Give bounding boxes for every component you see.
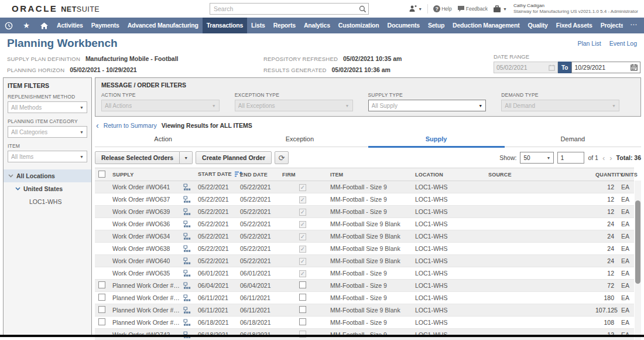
firm-checkbox[interactable]: [299, 318, 306, 325]
supply-link[interactable]: Work Order #WO638: [112, 245, 170, 252]
column-header-label: FIRM: [282, 172, 296, 178]
nav-item-setup[interactable]: Setup: [424, 18, 448, 33]
column-header-source[interactable]: SOURCE: [485, 168, 592, 181]
shortcuts-button[interactable]: ★: [18, 18, 35, 33]
plan-list-link[interactable]: Plan List: [577, 40, 601, 47]
supply-link[interactable]: Work Order #WO634: [112, 233, 170, 240]
column-header-supply[interactable]: SUPPLY: [109, 168, 194, 181]
planning-item-category-select[interactable]: All Categories▼: [8, 126, 87, 138]
next-page-icon[interactable]: ›: [609, 154, 612, 162]
supply-link[interactable]: Work Order #WO641: [112, 183, 170, 191]
item-cell: MM-Football - Size 9: [327, 280, 412, 292]
supply-link[interactable]: Planned Work Order #10409: [112, 294, 181, 301]
supply-link[interactable]: Work Order #WO640: [112, 257, 170, 264]
help-button[interactable]: ? Help: [433, 5, 451, 12]
role-switcher-button[interactable]: ▼: [493, 5, 507, 13]
page-size-value: 50: [523, 155, 530, 161]
firm-checkbox[interactable]: [299, 306, 306, 313]
demand-type-select[interactable]: All Demand▼: [501, 100, 619, 111]
row-checkbox[interactable]: [98, 294, 105, 301]
event-log-link[interactable]: Event Log: [609, 40, 637, 47]
recent-records-button[interactable]: [0, 18, 18, 33]
calendar-icon[interactable]: [631, 64, 638, 71]
previous-page-icon[interactable]: ‹: [602, 154, 605, 162]
nav-item-lists[interactable]: Lists: [247, 18, 269, 33]
nav-item-quality[interactable]: Quality: [524, 18, 552, 33]
tab-supply[interactable]: Supply: [368, 132, 505, 148]
location-tree-item-all-locations[interactable]: All Locations: [4, 169, 91, 182]
chevron-down-icon: ▼: [80, 106, 84, 110]
location-tree-item-loc1-whs[interactable]: LOC1-WHS: [4, 195, 91, 208]
select-all-checkbox[interactable]: [98, 171, 105, 178]
start-date-cell: 05/22/2021: [194, 181, 237, 193]
page-size-select[interactable]: 50 ▼: [520, 152, 554, 164]
nav-item-fixed-assets[interactable]: Fixed Assets: [552, 18, 597, 33]
source-cell: [485, 218, 592, 230]
search-icon[interactable]: [359, 5, 366, 15]
units-cell: EA: [618, 181, 634, 193]
date-from-input[interactable]: 05/02/2021: [494, 62, 558, 73]
firm-checkbox[interactable]: [299, 281, 306, 288]
chevron-down-icon[interactable]: [8, 174, 13, 178]
nav-item-payments[interactable]: Payments: [87, 18, 124, 33]
firm-cell: [279, 317, 327, 329]
column-header-location[interactable]: LOCATION: [412, 168, 485, 181]
scrollbar-thumb[interactable]: [635, 200, 640, 284]
supply-link[interactable]: Work Order #WO637: [112, 196, 170, 203]
home-button[interactable]: [35, 18, 53, 33]
tab-exception[interactable]: Exception: [231, 132, 368, 148]
units-cell: EA: [618, 218, 634, 230]
nav-item-activities[interactable]: Activities: [53, 18, 87, 33]
tab-demand[interactable]: Demand: [505, 132, 641, 148]
total-count: Total: 36: [616, 154, 641, 161]
nav-more-button[interactable]: ⋯: [623, 18, 644, 33]
supply-link[interactable]: Work Order #WO639: [112, 208, 170, 215]
release-orders-caret-button[interactable]: ▼: [180, 151, 193, 164]
item-cell: MM-Football - Size 9: [327, 317, 412, 329]
column-header-end-date[interactable]: END DATE: [237, 168, 279, 181]
nav-item-advanced-manufacturing[interactable]: Advanced Manufacturing: [124, 18, 203, 33]
nav-item-transactions[interactable]: Transactions: [203, 18, 247, 33]
column-header-start-date[interactable]: START DATE: [194, 168, 237, 181]
column-header-quantity[interactable]: QUANTITY: [592, 168, 618, 181]
supply-link[interactable]: Work Order #WO636: [112, 220, 170, 227]
refresh-button[interactable]: ⟳: [275, 151, 289, 164]
nav-item-customization[interactable]: Customization: [334, 18, 383, 33]
nav-item-analytics[interactable]: Analytics: [300, 18, 334, 33]
nav-item-deduction-management[interactable]: Deduction Management: [448, 18, 523, 33]
main-content: ITEM FILTERS REPLENISHMENT METHODAll Met…: [0, 77, 644, 340]
create-planned-order-button[interactable]: Create Planned Order: [196, 151, 272, 164]
row-checkbox[interactable]: [98, 318, 105, 325]
item-select[interactable]: All Items▼: [8, 151, 87, 162]
firm-checkbox: ✓: [299, 270, 306, 277]
replenishment-method-select[interactable]: All Methods▼: [8, 101, 87, 113]
exception-type-select[interactable]: All Exceptions▼: [235, 100, 353, 111]
search-input[interactable]: [210, 3, 369, 15]
vertical-scrollbar[interactable]: [635, 181, 641, 340]
work-order-icon: [183, 245, 191, 253]
page-number-input[interactable]: [557, 152, 584, 164]
supply-link[interactable]: Planned Work Order #10410: [112, 319, 181, 326]
create-new-button[interactable]: ▼: [409, 5, 422, 13]
row-checkbox[interactable]: [98, 281, 105, 288]
row-checkbox[interactable]: [98, 306, 105, 313]
action-type-select[interactable]: All Actions▼: [101, 100, 220, 111]
tab-action[interactable]: Action: [95, 132, 231, 148]
return-to-summary-link[interactable]: Return to Summary: [104, 122, 157, 129]
date-to-input[interactable]: 10/29/2021: [571, 62, 640, 73]
firm-checkbox[interactable]: [299, 294, 306, 301]
supply-type-select[interactable]: All Supply▼: [368, 100, 487, 111]
supply-link[interactable]: Work Order #WO635: [112, 270, 170, 277]
nav-item-reports[interactable]: Reports: [269, 18, 300, 33]
nav-item-documents[interactable]: Documents: [383, 18, 424, 33]
location-tree-item-united-states[interactable]: United States: [4, 182, 91, 195]
column-header-firm[interactable]: FIRM: [279, 168, 327, 181]
supply-link[interactable]: Planned Work Order #10408: [112, 282, 181, 289]
release-selected-orders-button[interactable]: Release Selected Orders: [95, 151, 180, 164]
item-filters-title: ITEM FILTERS: [8, 82, 87, 89]
feedback-button[interactable]: Feedback: [457, 5, 488, 12]
chevron-down-icon[interactable]: [15, 187, 20, 191]
column-header-item[interactable]: ITEM: [327, 168, 412, 181]
supply-link[interactable]: Planned Work Order #10401: [112, 307, 181, 314]
nav-item-projects[interactable]: Projects: [597, 18, 623, 33]
